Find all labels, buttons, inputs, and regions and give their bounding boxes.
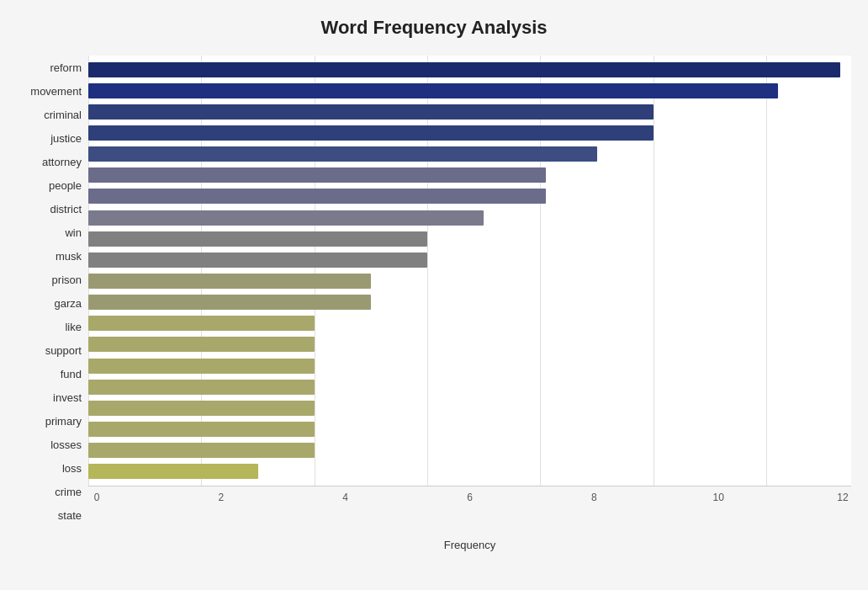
bar-row — [88, 251, 851, 269]
y-label: reform — [50, 56, 82, 78]
bar-row — [88, 293, 851, 311]
bar — [88, 274, 371, 289]
bar — [88, 83, 778, 98]
bar — [88, 337, 315, 352]
bar-row — [88, 357, 851, 375]
bar — [88, 189, 546, 204]
y-label: district — [50, 198, 82, 220]
bar-row — [88, 399, 851, 417]
y-label: people — [49, 174, 82, 196]
bar-row — [88, 187, 851, 205]
bar-row — [88, 124, 851, 142]
bar-row — [88, 209, 851, 227]
x-tick: 2 — [213, 492, 230, 503]
x-axis-title: Frequency — [88, 539, 851, 551]
x-tick: 4 — [337, 492, 354, 503]
chart-title: Word Frequency Analysis — [17, 17, 851, 39]
bar-row — [88, 103, 851, 121]
x-tick: 12 — [834, 492, 851, 503]
bar — [88, 295, 371, 310]
bar — [88, 210, 484, 226]
bar — [88, 380, 315, 395]
bar — [88, 464, 258, 479]
bars-section — [88, 56, 851, 486]
x-axis: 024681012 Frequency — [88, 486, 851, 528]
x-tick-labels: 024681012 — [88, 486, 851, 503]
bars-wrapper — [88, 56, 851, 486]
bar — [88, 62, 840, 77]
y-axis-labels: reformmovementcriminaljusticeattorneypeo… — [17, 56, 88, 528]
bar — [88, 422, 315, 437]
bar-row — [88, 145, 851, 163]
x-tick: 0 — [88, 492, 105, 503]
y-label: support — [45, 340, 82, 362]
y-label: crime — [55, 481, 82, 503]
bar — [88, 104, 654, 120]
y-label: movement — [30, 80, 82, 102]
bar-row — [88, 462, 851, 481]
bar — [88, 443, 315, 458]
bar — [88, 316, 315, 331]
chart-area: reformmovementcriminaljusticeattorneypeo… — [17, 56, 851, 528]
bar-row — [88, 314, 851, 332]
y-label: musk — [56, 245, 82, 267]
bar-row — [88, 420, 851, 439]
y-label: state — [58, 505, 82, 527]
bar — [88, 167, 546, 183]
bar-row — [88, 441, 851, 460]
y-label: criminal — [44, 104, 82, 125]
bar-row — [88, 335, 851, 353]
x-tick: 6 — [461, 492, 478, 503]
y-label: primary — [45, 411, 82, 433]
bar — [88, 252, 427, 268]
y-label: like — [65, 316, 82, 338]
chart-container: Word Frequency Analysis reformmovementcr… — [0, 0, 868, 590]
y-label: justice — [50, 127, 82, 149]
x-tick: 8 — [585, 492, 602, 503]
y-label: attorney — [42, 151, 82, 173]
bars-and-xaxis: 024681012 Frequency — [88, 56, 851, 528]
y-label: prison — [52, 268, 82, 290]
bar — [88, 401, 315, 416]
y-label: invest — [53, 387, 82, 409]
bar-row — [88, 272, 851, 290]
bar — [88, 125, 654, 141]
y-label: loss — [62, 458, 82, 480]
bar-row — [88, 230, 851, 248]
bar — [88, 359, 315, 374]
y-label: fund — [61, 364, 82, 385]
bar — [88, 231, 427, 247]
x-tick: 10 — [710, 492, 727, 503]
y-label: losses — [50, 434, 82, 456]
y-label: win — [65, 221, 82, 243]
bar-row — [88, 61, 851, 79]
bar-row — [88, 166, 851, 184]
bar-row — [88, 82, 851, 100]
y-label: garza — [54, 292, 82, 314]
bar-row — [88, 378, 851, 396]
bar — [88, 146, 597, 162]
